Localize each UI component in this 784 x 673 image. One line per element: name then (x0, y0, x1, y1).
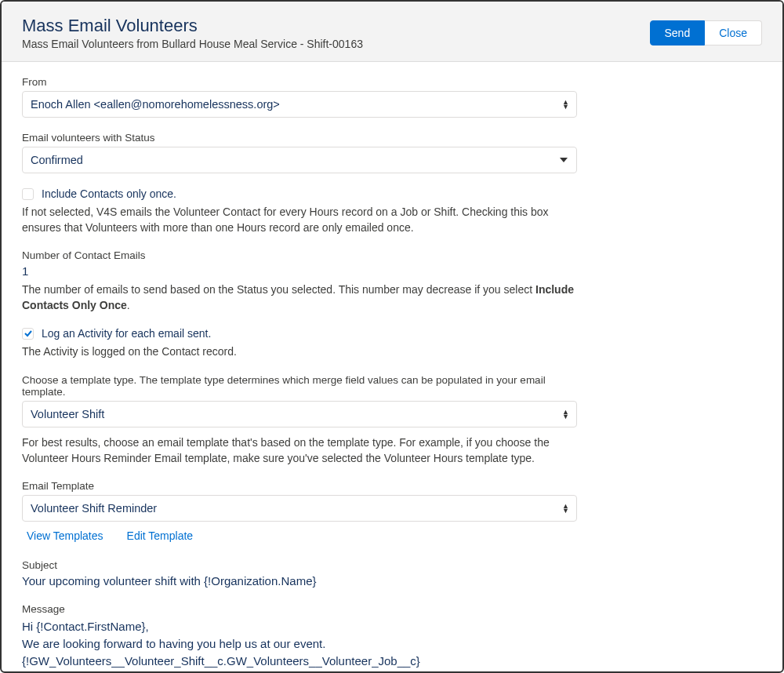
log-activity-label: Log an Activity for each email sent. (42, 327, 211, 340)
include-once-checkbox[interactable] (22, 188, 34, 200)
log-activity-row: Log an Activity for each email sent. (22, 327, 577, 340)
dialog-subtitle: Mass Email Volunteers from Bullard House… (22, 38, 650, 50)
from-select-wrap: Enoch Allen <eallen@nomorehomelessness.o… (22, 91, 577, 118)
log-activity-checkbox[interactable] (22, 328, 34, 340)
subject-label: Subject (22, 559, 577, 571)
template-type-help: For best results, choose an email templa… (22, 435, 577, 466)
contact-count-value: 1 (22, 264, 577, 278)
header-actions: Send Close (650, 20, 763, 45)
template-type-label: Choose a template type. The template typ… (22, 374, 577, 398)
status-select[interactable]: Confirmed (22, 147, 577, 173)
template-type-select-wrap: Volunteer Shift ▲▼ (22, 401, 577, 427)
message-line: We are looking forward to having you hel… (22, 635, 577, 653)
close-button[interactable]: Close (705, 20, 762, 45)
from-select[interactable]: Enoch Allen <eallen@nomorehomelessness.o… (22, 91, 577, 118)
template-type-select[interactable]: Volunteer Shift (22, 401, 577, 427)
edit-template-link[interactable]: Edit Template (127, 529, 194, 542)
message-line: Hi {!Contact.FirstName}, (22, 618, 577, 635)
include-once-row: Include Contacts only once. (22, 187, 577, 200)
message-line: {!GW_Volunteers__Volunteer_Shift__c.GW_V… (22, 653, 577, 670)
message-body: Hi {!Contact.FirstName}, We are looking … (22, 618, 577, 673)
send-button[interactable]: Send (650, 20, 706, 45)
form-content: From Enoch Allen <eallen@nomorehomelessn… (2, 62, 597, 673)
dialog-title: Mass Email Volunteers (22, 16, 650, 36)
email-template-select[interactable]: Volunteer Shift Reminder (22, 495, 577, 522)
template-links: View Templates Edit Template (22, 529, 577, 542)
message-line: {!GW_Volunteers__Volunteer_Shift__c.GW_V… (22, 669, 577, 673)
include-once-label: Include Contacts only once. (42, 187, 176, 200)
view-templates-link[interactable]: View Templates (27, 529, 103, 542)
include-once-help: If not selected, V4S emails the Voluntee… (22, 205, 577, 235)
log-activity-help: The Activity is logged on the Contact re… (22, 344, 577, 360)
subject-value: Your upcoming volunteer shift with {!Org… (22, 574, 577, 588)
from-label: From (22, 76, 577, 88)
email-template-label: Email Template (22, 480, 577, 492)
email-template-select-wrap: Volunteer Shift Reminder ▲▼ (22, 495, 577, 522)
message-label: Message (22, 603, 577, 615)
status-select-wrap: Confirmed (22, 147, 577, 173)
status-label: Email volunteers with Status (22, 132, 577, 144)
dialog-header: Mass Email Volunteers Mass Email Volunte… (2, 2, 782, 62)
header-text: Mass Email Volunteers Mass Email Volunte… (22, 16, 650, 50)
contact-count-label: Number of Contact Emails (22, 249, 577, 261)
contact-count-help: The number of emails to send based on th… (22, 282, 577, 313)
